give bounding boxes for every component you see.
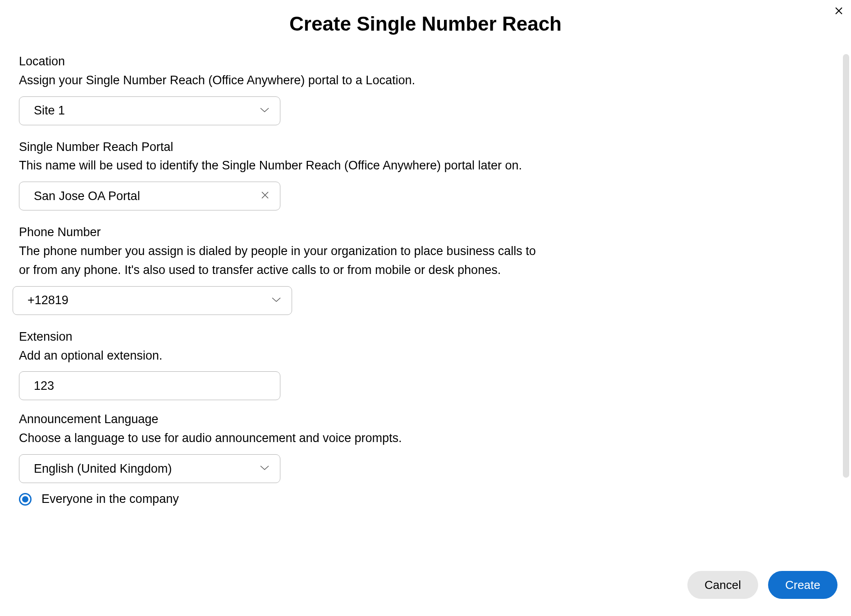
- language-select-wrap: English (United Kingdom): [19, 454, 280, 483]
- portal-input-value: San Jose OA Portal: [34, 189, 140, 203]
- scope-radio-row: Everyone in the company: [19, 492, 544, 506]
- location-field-group: Location Assign your Single Number Reach…: [19, 53, 544, 125]
- portal-input[interactable]: San Jose OA Portal: [19, 182, 280, 210]
- scope-radio-everyone[interactable]: [19, 493, 32, 506]
- phone-select-wrap: +12819: [13, 286, 292, 315]
- phone-select[interactable]: +12819: [13, 286, 292, 315]
- location-select[interactable]: Site 1: [19, 96, 280, 125]
- extension-description: Add an optional extension.: [19, 347, 544, 365]
- phone-field-group: Phone Number The phone number you assign…: [19, 224, 544, 315]
- language-description: Choose a language to use for audio annou…: [19, 429, 544, 448]
- location-description: Assign your Single Number Reach (Office …: [19, 71, 544, 90]
- location-label: Location: [19, 53, 544, 70]
- language-field-group: Announcement Language Choose a language …: [19, 411, 544, 483]
- clear-icon[interactable]: [261, 191, 270, 201]
- portal-label: Single Number Reach Portal: [19, 139, 544, 156]
- cancel-button[interactable]: Cancel: [687, 571, 758, 599]
- close-icon: [835, 5, 843, 18]
- phone-label: Phone Number: [19, 224, 544, 241]
- form-content: Location Assign your Single Number Reach…: [0, 53, 563, 506]
- extension-input-value: 123: [34, 379, 54, 393]
- scrollbar[interactable]: [843, 54, 849, 478]
- portal-field-group: Single Number Reach Portal This name wil…: [19, 139, 544, 211]
- location-select-value: Site 1: [34, 104, 65, 118]
- portal-description: This name will be used to identify the S…: [19, 156, 544, 175]
- extension-input[interactable]: 123: [19, 371, 280, 400]
- radio-dot-icon: [22, 496, 28, 502]
- language-label: Announcement Language: [19, 411, 544, 428]
- footer: Cancel Create: [687, 571, 837, 599]
- language-select[interactable]: English (United Kingdom): [19, 454, 280, 483]
- location-select-wrap: Site 1: [19, 96, 280, 125]
- phone-select-value: +12819: [27, 293, 69, 307]
- scope-radio-label: Everyone in the company: [41, 492, 179, 506]
- modal-title: Create Single Number Reach: [0, 0, 851, 53]
- language-select-value: English (United Kingdom): [34, 462, 172, 476]
- extension-input-wrap: 123: [19, 371, 280, 400]
- close-button[interactable]: [832, 5, 846, 18]
- phone-description: The phone number you assign is dialed by…: [19, 242, 544, 280]
- create-button[interactable]: Create: [768, 571, 837, 599]
- extension-field-group: Extension Add an optional extension. 123: [19, 329, 544, 401]
- extension-label: Extension: [19, 329, 544, 346]
- portal-input-wrap: San Jose OA Portal: [19, 182, 280, 210]
